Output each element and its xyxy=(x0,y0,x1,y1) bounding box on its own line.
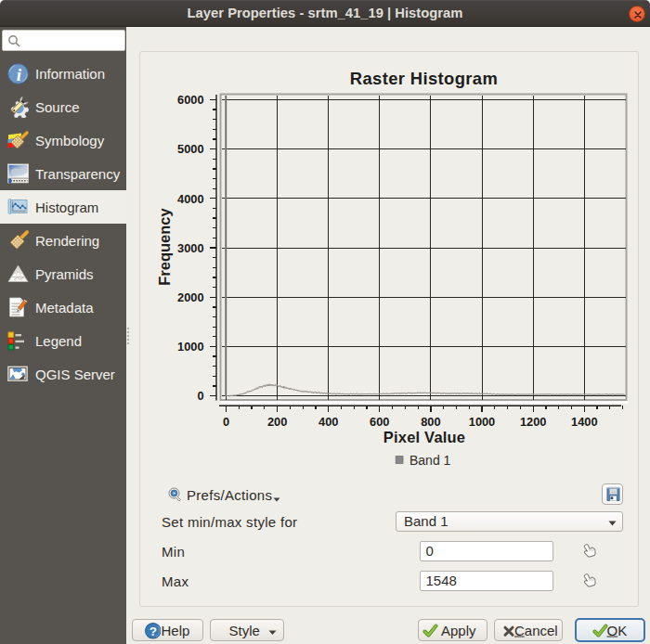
svg-text:800: 800 xyxy=(421,415,440,429)
svg-text:1400: 1400 xyxy=(571,415,597,429)
svg-text:200: 200 xyxy=(267,415,287,429)
svg-text:2000: 2000 xyxy=(177,290,203,304)
svg-text:?: ? xyxy=(149,625,156,638)
svg-text:i: i xyxy=(17,65,22,84)
svg-text:1000: 1000 xyxy=(177,340,203,354)
svg-text:1000: 1000 xyxy=(469,415,495,429)
svg-text:5000: 5000 xyxy=(177,142,203,156)
svg-text:400: 400 xyxy=(318,415,338,429)
svg-text:4000: 4000 xyxy=(177,192,203,206)
svg-text:0: 0 xyxy=(223,415,229,429)
svg-text:1200: 1200 xyxy=(520,415,546,429)
svg-text:3000: 3000 xyxy=(177,241,203,255)
svg-text:Frequency: Frequency xyxy=(156,207,173,285)
svg-text:Band 1: Band 1 xyxy=(410,453,451,468)
svg-text:600: 600 xyxy=(370,415,389,429)
svg-text:Pixel Value: Pixel Value xyxy=(384,429,465,445)
svg-text:0: 0 xyxy=(197,389,203,403)
svg-text:6000: 6000 xyxy=(177,93,203,107)
svg-text:Raster Histogram: Raster Histogram xyxy=(350,69,498,88)
